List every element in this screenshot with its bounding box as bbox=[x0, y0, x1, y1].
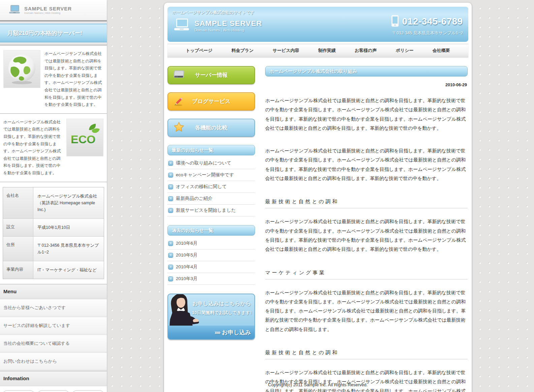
menu-header: Menu bbox=[0, 284, 107, 299]
news-item[interactable]: ›新規サービスを開始しました bbox=[167, 205, 255, 216]
row-label: 会社名 bbox=[3, 187, 33, 218]
left-sidebar-panel: SAMPLE SERVER Domain Names | Web Hosting… bbox=[0, 0, 107, 392]
sidebar-intro-text: ホームページサンプル株式会社では最新技術と自然との調和を目指します。革新的な技術… bbox=[44, 50, 103, 109]
archive-header-label: 過去のお知らせ一覧 bbox=[172, 228, 213, 234]
blog-service-button[interactable]: ブログサービス bbox=[167, 92, 255, 111]
article-paragraph: ホームページサンプル株式会社では最新技術と自然との調和を目指します。革新的な技術… bbox=[265, 96, 468, 133]
sidebar-menu-item-company[interactable]: 当社の会社概要について確認する bbox=[0, 335, 107, 353]
row-value: ホームページサンプル株式会社 （英語表記 Homepage sample Inc… bbox=[33, 187, 104, 218]
company-info-table: 会社名 ホームページサンプル株式会社 （英語表記 Homepage sample… bbox=[3, 187, 104, 279]
nav-item-policy[interactable]: ポリシー bbox=[396, 48, 414, 54]
laptop-icon bbox=[8, 5, 21, 16]
globe-image bbox=[3, 50, 40, 88]
archive-list: ›2010年6月 ›2010年5月 ›2010年4月 ›2010年3月 bbox=[167, 238, 255, 285]
site-logo-subtitle: Domain Names | Web Hosting bbox=[194, 28, 262, 32]
pencil-icon bbox=[174, 95, 185, 108]
news-item-label: 新規サービスを開始しました bbox=[176, 207, 236, 213]
nav-item-works[interactable]: 制作実績 bbox=[318, 48, 336, 54]
archive-item[interactable]: ›2010年4月 bbox=[167, 261, 255, 273]
article-paragraph: ホームページサンプル株式会社では最新技術と自然との調和を目指します。革新的な技術… bbox=[265, 146, 468, 183]
sidebar-eco-block: ホームページサンプル株式会社では最新技術と自然との調和を目指します。革新的な技術… bbox=[0, 114, 107, 182]
signup-cta[interactable]: »» お申し込み bbox=[215, 329, 251, 336]
table-row: 事業内容 IT・マーケティング・福祉など bbox=[3, 261, 104, 279]
news-header-label: 最新のお知らせ一覧 bbox=[172, 147, 213, 153]
sidebar-banner-text: 月額210円の本格的サーバー! bbox=[7, 29, 82, 37]
news-item[interactable]: ›環境への取り組みについて bbox=[167, 157, 255, 169]
sidebar-eco-text: ホームページサンプル株式会社では最新技術と自然との調和を目指します。革新的な技術… bbox=[3, 119, 62, 177]
news-button[interactable]: ニュース bbox=[3, 390, 35, 392]
nav-item-pricing[interactable]: 料金プラン bbox=[231, 48, 254, 54]
sidebar-banner: 月額210円の本格的サーバー! bbox=[0, 24, 107, 42]
news-list: ›環境への取り組みについて ›ecoキャンペーン開催中です ›オフィスの移転に関… bbox=[167, 157, 255, 216]
archive-item-label: 2010年4月 bbox=[176, 264, 198, 270]
chevron-right-icon: › bbox=[168, 253, 173, 258]
news-item[interactable]: ›ecoキャンペーン開催中です bbox=[167, 169, 255, 181]
contact-button[interactable]: お問い合わせ bbox=[37, 390, 69, 392]
row-value: 〒012-3456 見本県見本市サンプル1−2 bbox=[33, 237, 104, 261]
server-info-button[interactable]: サーバー情報 bbox=[167, 66, 255, 84]
server-info-label: サーバー情報 bbox=[195, 72, 228, 79]
sidebar-menu-item-greeting[interactable]: 当社から皆様へごあいさつです bbox=[0, 299, 107, 317]
sidebar-menu-item-services[interactable]: サービスの詳細を解説しています bbox=[0, 317, 107, 335]
sidebar-logo-title: SAMPLE SERVER bbox=[24, 6, 72, 12]
article-paragraph: ホームページサンプル株式会社では最新技術と自然との調和を目指します。革新的な技術… bbox=[265, 368, 468, 392]
divider bbox=[0, 42, 107, 46]
nav-item-voice[interactable]: お客様の声 bbox=[355, 48, 377, 54]
company-name-en: （英語表記 Homepage sample Inc.) bbox=[37, 200, 100, 213]
archive-item[interactable]: ›2010年5月 bbox=[167, 249, 255, 261]
news-item-label: オフィスの移転に関して bbox=[176, 184, 227, 190]
archive-item-label: 2010年3月 bbox=[176, 276, 198, 282]
article-title: ホームページサンプル株式会社の取り組み bbox=[270, 68, 357, 74]
header-contact: 012-345-6789 〒012-345 見本県見本市サンプル1−2 bbox=[391, 15, 463, 36]
chevron-right-icon: › bbox=[168, 184, 173, 189]
harddrive-icon bbox=[174, 70, 185, 81]
archive-item-label: 2010年5月 bbox=[176, 252, 198, 258]
signup-banner[interactable]: お申し込みはこちらから 10日間無料でお試しできます! »» お申し込み bbox=[167, 294, 255, 340]
news-item[interactable]: ›オフィスの移転に関して bbox=[167, 181, 255, 193]
company-name: ホームページサンプル株式会社 bbox=[37, 193, 100, 200]
section-heading: 最新技術と自然との調和 bbox=[265, 350, 468, 359]
news-item-label: 最新商品のご紹介 bbox=[176, 195, 213, 202]
header-address: 〒012-345 見本県見本市サンプル1−2 bbox=[391, 30, 463, 36]
archive-item[interactable]: ›2010年6月 bbox=[167, 238, 255, 249]
nav-item-top[interactable]: トップページ bbox=[186, 48, 213, 54]
phone-number: 012-345-6789 bbox=[402, 17, 463, 27]
sidebar-logo-subtitle: Domain Names | Web Hosting bbox=[24, 12, 72, 15]
signup-cta-label: お申し込み bbox=[222, 329, 251, 336]
site-logo[interactable]: SAMPLE SERVER Domain Names | Web Hosting bbox=[173, 18, 262, 33]
nav-item-services[interactable]: サービス内容 bbox=[273, 48, 299, 54]
article-column: ホームページサンプル株式会社の取り組み 2010-06-29 ホームページサンプ… bbox=[265, 66, 468, 392]
divider bbox=[0, 20, 107, 24]
feature-compare-button[interactable]: 各機能の比較 bbox=[167, 119, 255, 137]
star-icon bbox=[174, 122, 184, 134]
table-row: 住所 〒012-3456 見本県見本市サンプル1−2 bbox=[3, 237, 104, 261]
article-paragraph: ホームページサンプル株式会社では最新技術と自然との調和を目指します。革新的な技術… bbox=[265, 288, 468, 334]
table-row: 設立 平成10年1月10日 bbox=[3, 219, 104, 237]
promo-line2: 10日間無料でお試しできます! bbox=[192, 310, 252, 316]
infomation-buttons: ニュース お問い合わせ 会社概要 bbox=[0, 386, 107, 392]
archive-item-label: 2010年6月 bbox=[176, 240, 198, 246]
sidebar-menu-item-contact[interactable]: お問い合わせはこちらから bbox=[0, 353, 107, 371]
feature-compare-label: 各機能の比較 bbox=[195, 124, 227, 131]
article-paragraph: ホームページサンプル株式会社では最新技術と自然との調和を目指します。革新的な技術… bbox=[265, 217, 468, 254]
company-button[interactable]: 会社概要 bbox=[72, 390, 104, 392]
news-panel-header: 最新のお知らせ一覧 bbox=[167, 145, 255, 155]
article-date: 2010-06-29 bbox=[266, 83, 467, 87]
nav-item-company[interactable]: 会社概要 bbox=[433, 48, 450, 54]
main-navigation: トップページ 料金プラン サービス内容 制作実績 お客様の声 ポリシー 会社概要 bbox=[167, 44, 468, 57]
sidebar-intro-block: ホームページサンプル株式会社では最新技術と自然との調和を目指します。革新的な技術… bbox=[0, 46, 107, 113]
site-header: ホームページサンプル株式会社のサイトです SAMPLE SERVER Domai… bbox=[167, 7, 468, 42]
row-value: 平成10年1月10日 bbox=[33, 219, 104, 236]
main-site-card: ホームページサンプル株式会社のサイトです SAMPLE SERVER Domai… bbox=[164, 3, 472, 392]
divider bbox=[0, 182, 107, 182]
svg-text:ECO: ECO bbox=[71, 133, 96, 146]
chevron-right-icon: › bbox=[168, 196, 173, 201]
news-item[interactable]: ›最新商品のご紹介 bbox=[167, 193, 255, 205]
eco-image: ECO bbox=[66, 119, 103, 156]
archive-item[interactable]: ›2010年3月 bbox=[167, 273, 255, 285]
double-arrow-icon: »» bbox=[215, 329, 220, 336]
row-label: 事業内容 bbox=[3, 261, 33, 279]
chevron-right-icon: › bbox=[168, 173, 173, 178]
site-note: ホームページサンプル株式会社のサイトです bbox=[172, 10, 254, 16]
phone-icon bbox=[391, 15, 399, 28]
